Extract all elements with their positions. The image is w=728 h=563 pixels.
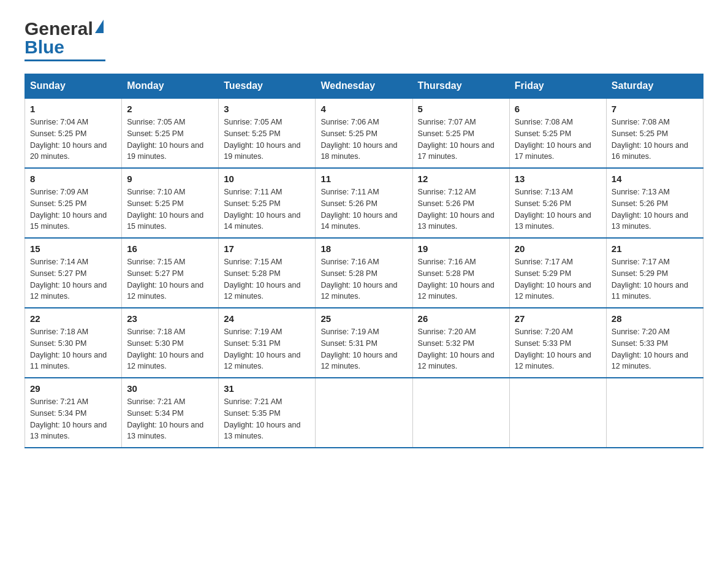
calendar-week-row: 15 Sunrise: 7:14 AM Sunset: 5:27 PM Dayl…	[25, 238, 703, 308]
calendar-day-cell	[316, 378, 412, 448]
day-info: Sunrise: 7:15 AM Sunset: 5:27 PM Dayligh…	[127, 256, 213, 302]
day-number: 5	[418, 104, 504, 114]
calendar-day-cell: 30 Sunrise: 7:21 AM Sunset: 5:34 PM Dayl…	[122, 378, 219, 448]
header-saturday: Saturday	[606, 74, 703, 99]
logo-general-text: General	[25, 18, 93, 39]
calendar-day-cell: 9 Sunrise: 7:10 AM Sunset: 5:25 PM Dayli…	[122, 168, 219, 238]
day-number: 4	[320, 104, 407, 114]
calendar-day-cell: 8 Sunrise: 7:09 AM Sunset: 5:25 PM Dayli…	[25, 168, 122, 238]
page-header: General Blue	[25, 18, 703, 61]
day-number: 12	[418, 174, 504, 184]
day-info: Sunrise: 7:18 AM Sunset: 5:30 PM Dayligh…	[30, 326, 116, 372]
day-info: Sunrise: 7:20 AM Sunset: 5:33 PM Dayligh…	[612, 326, 698, 372]
calendar-day-cell: 6 Sunrise: 7:08 AM Sunset: 5:25 PM Dayli…	[509, 98, 606, 168]
calendar-week-row: 1 Sunrise: 7:04 AM Sunset: 5:25 PM Dayli…	[25, 98, 703, 168]
calendar-day-cell: 27 Sunrise: 7:20 AM Sunset: 5:33 PM Dayl…	[509, 308, 606, 378]
calendar-day-cell: 25 Sunrise: 7:19 AM Sunset: 5:31 PM Dayl…	[316, 308, 412, 378]
header-sunday: Sunday	[25, 74, 122, 99]
day-number: 27	[515, 313, 601, 324]
day-number: 15	[30, 243, 116, 254]
calendar-day-cell: 19 Sunrise: 7:16 AM Sunset: 5:28 PM Dayl…	[412, 238, 509, 308]
calendar-day-cell: 17 Sunrise: 7:15 AM Sunset: 5:28 PM Dayl…	[219, 238, 316, 308]
calendar-day-cell	[509, 378, 606, 448]
logo-triangle-icon	[95, 20, 104, 33]
calendar-week-row: 29 Sunrise: 7:21 AM Sunset: 5:34 PM Dayl…	[25, 378, 703, 448]
header-friday: Friday	[509, 74, 606, 99]
day-number: 30	[127, 383, 213, 394]
logo-blue-text: Blue	[25, 37, 64, 57]
calendar-week-row: 22 Sunrise: 7:18 AM Sunset: 5:30 PM Dayl…	[25, 308, 703, 378]
day-number: 2	[127, 104, 213, 114]
day-number: 23	[127, 313, 213, 324]
day-number: 7	[612, 104, 698, 114]
calendar-body: 1 Sunrise: 7:04 AM Sunset: 5:25 PM Dayli…	[25, 98, 703, 448]
header-row: Sunday Monday Tuesday Wednesday Thursday…	[25, 74, 703, 99]
calendar-day-cell: 20 Sunrise: 7:17 AM Sunset: 5:29 PM Dayl…	[509, 238, 606, 308]
day-number: 14	[612, 174, 698, 184]
calendar-day-cell: 18 Sunrise: 7:16 AM Sunset: 5:28 PM Dayl…	[316, 238, 412, 308]
calendar-day-cell: 5 Sunrise: 7:07 AM Sunset: 5:25 PM Dayli…	[412, 98, 509, 168]
calendar-day-cell: 3 Sunrise: 7:05 AM Sunset: 5:25 PM Dayli…	[219, 98, 316, 168]
day-info: Sunrise: 7:16 AM Sunset: 5:28 PM Dayligh…	[320, 256, 407, 302]
day-info: Sunrise: 7:08 AM Sunset: 5:25 PM Dayligh…	[515, 117, 601, 163]
calendar-day-cell: 13 Sunrise: 7:13 AM Sunset: 5:26 PM Dayl…	[509, 168, 606, 238]
calendar-day-cell	[606, 378, 703, 448]
calendar-header: Sunday Monday Tuesday Wednesday Thursday…	[25, 74, 703, 99]
calendar-day-cell: 1 Sunrise: 7:04 AM Sunset: 5:25 PM Dayli…	[25, 98, 122, 168]
day-info: Sunrise: 7:17 AM Sunset: 5:29 PM Dayligh…	[612, 256, 698, 302]
calendar-day-cell: 29 Sunrise: 7:21 AM Sunset: 5:34 PM Dayl…	[25, 378, 122, 448]
day-info: Sunrise: 7:17 AM Sunset: 5:29 PM Dayligh…	[515, 256, 601, 302]
calendar-day-cell: 7 Sunrise: 7:08 AM Sunset: 5:25 PM Dayli…	[606, 98, 703, 168]
day-info: Sunrise: 7:21 AM Sunset: 5:34 PM Dayligh…	[127, 396, 213, 442]
day-info: Sunrise: 7:05 AM Sunset: 5:25 PM Dayligh…	[224, 117, 310, 163]
calendar-day-cell: 11 Sunrise: 7:11 AM Sunset: 5:26 PM Dayl…	[316, 168, 412, 238]
day-number: 9	[127, 174, 213, 184]
day-info: Sunrise: 7:04 AM Sunset: 5:25 PM Dayligh…	[30, 117, 116, 163]
day-number: 31	[224, 383, 310, 394]
day-info: Sunrise: 7:13 AM Sunset: 5:26 PM Dayligh…	[612, 186, 698, 232]
day-number: 22	[30, 313, 116, 324]
day-info: Sunrise: 7:09 AM Sunset: 5:25 PM Dayligh…	[30, 186, 116, 232]
day-info: Sunrise: 7:18 AM Sunset: 5:30 PM Dayligh…	[127, 326, 213, 372]
day-number: 24	[224, 313, 310, 324]
header-thursday: Thursday	[412, 74, 509, 99]
day-number: 19	[418, 243, 504, 254]
calendar-day-cell	[412, 378, 509, 448]
calendar-day-cell: 2 Sunrise: 7:05 AM Sunset: 5:25 PM Dayli…	[122, 98, 219, 168]
day-info: Sunrise: 7:13 AM Sunset: 5:26 PM Dayligh…	[515, 186, 601, 232]
day-info: Sunrise: 7:20 AM Sunset: 5:32 PM Dayligh…	[418, 326, 504, 372]
day-info: Sunrise: 7:05 AM Sunset: 5:25 PM Dayligh…	[127, 117, 213, 163]
day-number: 29	[30, 383, 116, 394]
day-number: 21	[612, 243, 698, 254]
day-info: Sunrise: 7:14 AM Sunset: 5:27 PM Dayligh…	[30, 256, 116, 302]
day-number: 18	[320, 243, 407, 254]
day-info: Sunrise: 7:21 AM Sunset: 5:34 PM Dayligh…	[30, 396, 116, 442]
logo: General Blue	[25, 18, 105, 61]
day-info: Sunrise: 7:11 AM Sunset: 5:26 PM Dayligh…	[320, 186, 407, 232]
day-info: Sunrise: 7:12 AM Sunset: 5:26 PM Dayligh…	[418, 186, 504, 232]
day-number: 26	[418, 313, 504, 324]
day-number: 11	[320, 174, 407, 184]
calendar-day-cell: 21 Sunrise: 7:17 AM Sunset: 5:29 PM Dayl…	[606, 238, 703, 308]
day-number: 8	[30, 174, 116, 184]
day-number: 3	[224, 104, 310, 114]
day-info: Sunrise: 7:11 AM Sunset: 5:25 PM Dayligh…	[224, 186, 310, 232]
day-info: Sunrise: 7:21 AM Sunset: 5:35 PM Dayligh…	[224, 396, 310, 442]
calendar-day-cell: 16 Sunrise: 7:15 AM Sunset: 5:27 PM Dayl…	[122, 238, 219, 308]
calendar-week-row: 8 Sunrise: 7:09 AM Sunset: 5:25 PM Dayli…	[25, 168, 703, 238]
calendar-day-cell: 15 Sunrise: 7:14 AM Sunset: 5:27 PM Dayl…	[25, 238, 122, 308]
logo-underline	[25, 59, 105, 61]
calendar-day-cell: 23 Sunrise: 7:18 AM Sunset: 5:30 PM Dayl…	[122, 308, 219, 378]
calendar-day-cell: 12 Sunrise: 7:12 AM Sunset: 5:26 PM Dayl…	[412, 168, 509, 238]
day-info: Sunrise: 7:20 AM Sunset: 5:33 PM Dayligh…	[515, 326, 601, 372]
calendar-day-cell: 24 Sunrise: 7:19 AM Sunset: 5:31 PM Dayl…	[219, 308, 316, 378]
day-info: Sunrise: 7:07 AM Sunset: 5:25 PM Dayligh…	[418, 117, 504, 163]
calendar-table: Sunday Monday Tuesday Wednesday Thursday…	[25, 74, 703, 448]
calendar-day-cell: 14 Sunrise: 7:13 AM Sunset: 5:26 PM Dayl…	[606, 168, 703, 238]
calendar-day-cell: 10 Sunrise: 7:11 AM Sunset: 5:25 PM Dayl…	[219, 168, 316, 238]
day-info: Sunrise: 7:19 AM Sunset: 5:31 PM Dayligh…	[224, 326, 310, 372]
day-info: Sunrise: 7:16 AM Sunset: 5:28 PM Dayligh…	[418, 256, 504, 302]
header-tuesday: Tuesday	[219, 74, 316, 99]
calendar-day-cell: 31 Sunrise: 7:21 AM Sunset: 5:35 PM Dayl…	[219, 378, 316, 448]
day-number: 6	[515, 104, 601, 114]
